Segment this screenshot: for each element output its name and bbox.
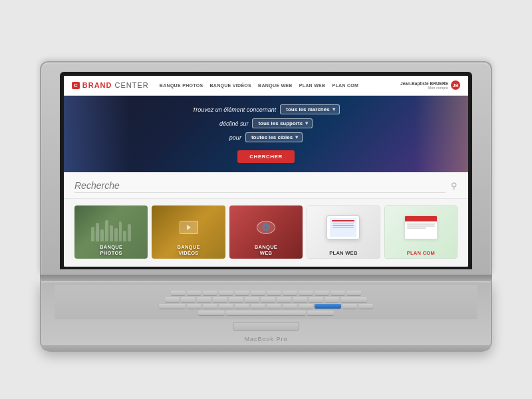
key	[219, 304, 233, 309]
keyboard-row-4	[63, 311, 469, 315]
card-banque-photos[interactable]: BANQUE PHOTOS	[74, 205, 148, 259]
hero-bg-left	[64, 96, 130, 172]
key	[181, 297, 196, 302]
key	[309, 297, 323, 302]
user-info: Jean-Baptiste BRUERE Mon compte	[400, 81, 448, 90]
screen-line-2	[332, 223, 354, 224]
key	[198, 311, 225, 315]
chevron-down-icon-2: ▾	[305, 120, 308, 126]
brand-logo-icon: C	[72, 82, 80, 89]
hero-dropdown-cibles[interactable]: toutes les cibles ▾	[245, 132, 303, 142]
user-area: Jean-Baptiste BRUERE Mon compte JB	[400, 80, 460, 90]
key	[315, 291, 329, 295]
nav-plan-com[interactable]: PLAN COM	[332, 82, 358, 89]
nav-banque-photos[interactable]: BANQUE PHOTOS	[160, 82, 203, 89]
key	[159, 304, 186, 309]
crowd-silhouette	[91, 215, 131, 241]
key	[261, 297, 275, 302]
nav-plan-web[interactable]: PLAN WEB	[299, 82, 326, 89]
key	[251, 304, 265, 309]
device-mockup	[327, 215, 360, 239]
categories-grid: BANQUE PHOTOS	[74, 205, 458, 259]
keyboard-row-3	[63, 304, 469, 309]
chevron-down-icon-3: ▾	[295, 134, 298, 140]
key	[283, 291, 297, 295]
key	[267, 304, 281, 309]
key	[203, 304, 217, 309]
plancom-line-2	[407, 225, 435, 227]
key	[331, 291, 345, 295]
key	[229, 297, 243, 302]
key-accent	[315, 304, 341, 309]
main-nav: BANQUE PHOTOS BANQUE VIDÉOS BANQUE WEB P…	[160, 82, 400, 89]
hero-content: Trouvez un élément concernant tous les m…	[192, 104, 339, 163]
key	[358, 304, 373, 309]
macbook-label: MacBook Pro	[41, 334, 491, 345]
key	[307, 311, 334, 315]
brand-logo-text: BRAND CENTER	[82, 81, 149, 89]
key	[346, 291, 361, 295]
key	[293, 297, 307, 302]
card-banque-videos-label: BANQUE VIDÉOS	[152, 241, 225, 259]
key	[299, 291, 313, 295]
key	[187, 304, 201, 309]
play-icon	[187, 225, 191, 230]
keyboard-row-2	[63, 297, 469, 302]
screen-line-1	[332, 220, 354, 221]
laptop: C BRAND CENTER BANQUE PHOTOS BANQUE VIDÉ…	[40, 61, 492, 352]
key	[245, 297, 259, 302]
hero-bg-right	[415, 96, 468, 172]
plancom-line-1	[407, 223, 435, 225]
search-section: ⚲	[64, 172, 468, 199]
key	[299, 304, 313, 309]
keyboard-row-1	[63, 291, 469, 295]
key-space	[226, 311, 306, 315]
hero-dropdown-supports[interactable]: tous les supports ▾	[252, 118, 313, 128]
nav-banque-web[interactable]: BANQUE WEB	[258, 82, 293, 89]
user-name: Jean-Baptiste BRUERE	[400, 81, 448, 86]
site-header: C BRAND CENTER BANQUE PHOTOS BANQUE VIDÉ…	[64, 76, 468, 96]
user-avatar[interactable]: JB	[451, 80, 460, 90]
hero-dropdown-supports-label: tous les supports	[258, 120, 303, 126]
nav-banque-videos[interactable]: BANQUE VIDÉOS	[209, 82, 251, 89]
hero-line-1: Trouvez un élément concernant tous les m…	[192, 104, 339, 114]
search-input[interactable]	[74, 179, 446, 193]
key	[203, 291, 217, 295]
key	[325, 297, 339, 302]
hero-line-3: pour toutes les cibles ▾	[192, 132, 339, 142]
hero-dropdown-cibles-label: toutes les cibles	[251, 134, 293, 140]
key	[251, 291, 265, 295]
search-bar: ⚲	[74, 179, 458, 193]
film-icon	[180, 221, 198, 234]
keyboard-area	[55, 285, 477, 319]
card-plan-com-label: PLAN COM	[384, 247, 458, 259]
screen-bezel: C BRAND CENTER BANQUE PHOTOS BANQUE VIDÉ…	[60, 72, 472, 269]
card-plan-web-label: PLAN WEB	[307, 247, 380, 259]
card-plan-web[interactable]: PLAN WEB	[307, 205, 380, 259]
plancom-mockup-header	[405, 216, 437, 221]
key	[342, 304, 357, 309]
search-button[interactable]: CHERCHER	[237, 150, 294, 163]
laptop-screen: C BRAND CENTER BANQUE PHOTOS BANQUE VIDÉ…	[64, 76, 468, 267]
hero-dropdown-marches[interactable]: tous les marchés ▾	[280, 104, 339, 114]
key	[219, 291, 233, 295]
key	[187, 291, 201, 295]
search-input-wrapper	[74, 179, 446, 193]
key	[197, 297, 211, 302]
card-banque-videos[interactable]: BANQUE VIDÉOS	[152, 205, 225, 259]
hero-label-1: Trouvez un élément concernant	[192, 106, 276, 113]
key	[213, 297, 227, 302]
card-plan-com[interactable]: PLAN COM	[384, 205, 458, 259]
screen-line-3	[332, 225, 354, 226]
brand-name: BRAND	[82, 81, 112, 89]
search-icon[interactable]: ⚲	[451, 181, 458, 191]
base-bottom	[41, 345, 491, 350]
brand-center: CENTER	[115, 81, 149, 89]
trackpad[interactable]	[233, 322, 299, 331]
screen-line-4	[332, 227, 354, 229]
laptop-hinge	[40, 275, 492, 281]
key	[165, 297, 180, 302]
card-banque-photos-label: BANQUE PHOTOS	[74, 241, 148, 259]
key	[340, 297, 367, 302]
card-banque-web[interactable]: 🌐 BANQUE WEB	[229, 205, 303, 259]
